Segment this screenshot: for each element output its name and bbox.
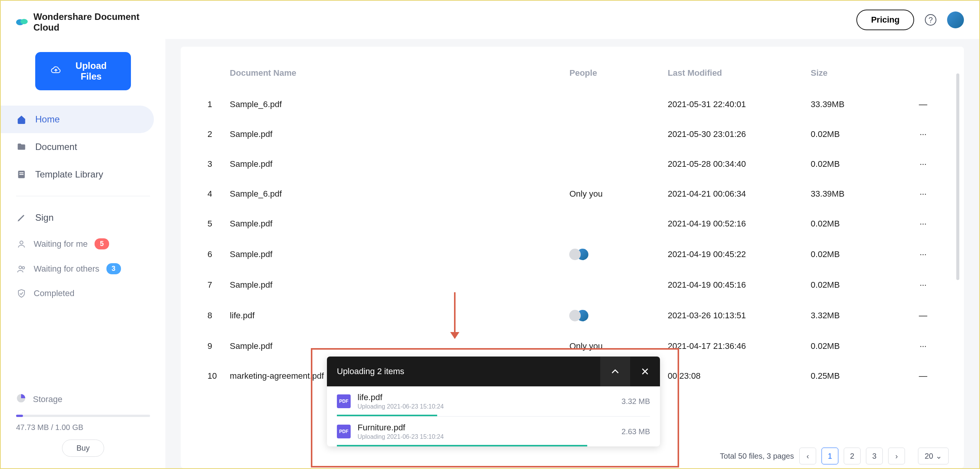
page-number[interactable]: 1 <box>822 448 838 464</box>
col-modified[interactable]: Last Modified <box>664 62 807 90</box>
row-people <box>565 209 664 239</box>
upload-label: Upload Files <box>67 60 116 82</box>
table-row[interactable]: 8life.pdf2021-03-26 10:13:513.32MB— <box>204 300 941 331</box>
table-row[interactable]: 5Sample.pdf2021-04-19 00:52:160.02MB··· <box>204 209 941 239</box>
page-prev[interactable]: ‹ <box>799 448 816 464</box>
scrollbar[interactable] <box>956 73 959 280</box>
cloud-upload-icon <box>51 66 61 77</box>
help-icon[interactable]: ? <box>925 14 936 26</box>
badge-count: 3 <box>106 263 121 274</box>
buy-button[interactable]: Buy <box>62 440 104 457</box>
upload-popup-title: Uploading 2 items <box>337 366 600 376</box>
upload-item: PDFFurniture.pdfUploading 2021-06-23 15:… <box>327 417 660 446</box>
row-name: Sample.pdf <box>226 119 565 149</box>
table-row[interactable]: 7Sample.pdf2021-04-19 00:45:160.02MB··· <box>204 270 941 300</box>
template-icon <box>16 169 27 180</box>
row-name: life.pdf <box>226 300 565 331</box>
row-actions[interactable]: ··· <box>905 179 941 209</box>
upload-files-button[interactable]: Upload Files <box>35 52 131 90</box>
sub-waiting-for-others[interactable]: Waiting for others 3 <box>1 256 165 281</box>
row-modified: 2021-04-19 00:45:16 <box>664 270 807 300</box>
brand-name: Wondershare Document Cloud <box>33 11 150 33</box>
upload-item: PDFlife.pdfUploading 2021-06-23 15:10:24… <box>327 386 660 417</box>
row-index: 8 <box>204 300 226 331</box>
nav-home[interactable]: Home <box>1 106 154 133</box>
folder-icon <box>16 142 27 152</box>
upload-item-name: life.pdf <box>358 392 444 402</box>
row-actions[interactable]: — <box>905 300 941 331</box>
table-row[interactable]: 4Sample_6.pdfOnly you2021-04-21 00:06:34… <box>204 179 941 209</box>
row-index: 7 <box>204 270 226 300</box>
row-actions[interactable]: ··· <box>905 209 941 239</box>
upload-item-sub: Uploading 2021-06-23 15:10:24 <box>358 433 444 440</box>
sub-completed[interactable]: Completed <box>1 281 165 306</box>
row-modified: 2021-04-19 00:45:22 <box>664 239 807 270</box>
sidebar: Wondershare Document Cloud Upload Files … <box>1 1 165 468</box>
table-row[interactable]: 2Sample.pdf2021-05-30 23:01:260.02MB··· <box>204 119 941 149</box>
row-name: Sample.pdf <box>226 239 565 270</box>
user-avatar[interactable] <box>947 11 964 28</box>
row-index: 4 <box>204 179 226 209</box>
svg-point-1 <box>20 19 28 24</box>
nav: Home Document Template Library Sign Wait… <box>1 106 165 306</box>
avatar-group <box>569 249 660 260</box>
row-name: Sample_6.pdf <box>226 179 565 209</box>
col-people[interactable]: People <box>565 62 664 90</box>
people-icon <box>16 264 27 274</box>
badge-count: 5 <box>95 238 109 249</box>
row-modified: 00:23:08 <box>664 361 807 391</box>
row-modified: 2021-05-31 22:40:01 <box>664 90 807 119</box>
upload-item-size: 3.32 MB <box>622 397 650 406</box>
chevron-up-icon <box>611 369 619 374</box>
page-number[interactable]: 2 <box>844 448 861 464</box>
person-icon <box>16 239 27 249</box>
row-people <box>565 90 664 119</box>
sub-waiting-for-me[interactable]: Waiting for me 5 <box>1 231 165 256</box>
page-next[interactable]: › <box>888 448 905 464</box>
people-text: Only you <box>569 189 603 199</box>
row-name: Sample.pdf <box>226 270 565 300</box>
row-modified: 2021-04-21 00:06:34 <box>664 179 807 209</box>
pie-icon <box>16 393 26 405</box>
row-size: 0.02MB <box>807 270 905 300</box>
row-actions[interactable]: ··· <box>905 331 941 361</box>
storage-section: Storage 47.73 MB / 1.00 GB Buy <box>1 393 165 457</box>
upload-progress <box>337 445 650 446</box>
svg-point-7 <box>22 267 24 269</box>
row-name: Sample_6.pdf <box>226 90 565 119</box>
row-index: 3 <box>204 149 226 179</box>
col-name[interactable]: Document Name <box>226 62 565 90</box>
row-size: 0.02MB <box>807 209 905 239</box>
documents-table: Document Name People Last Modified Size … <box>204 62 941 391</box>
storage-bar <box>16 415 150 417</box>
table-row[interactable]: 6Sample.pdf2021-04-19 00:45:220.02MB··· <box>204 239 941 270</box>
row-actions[interactable]: ··· <box>905 239 941 270</box>
row-people <box>565 119 664 149</box>
row-actions[interactable]: ··· <box>905 119 941 149</box>
row-size: 3.32MB <box>807 300 905 331</box>
table-row[interactable]: 1Sample_6.pdf2021-05-31 22:40:0133.39MB— <box>204 90 941 119</box>
collapse-button[interactable] <box>600 357 630 386</box>
page-number[interactable]: 3 <box>866 448 883 464</box>
table-row[interactable]: 3Sample.pdf2021-05-28 00:34:400.02MB··· <box>204 149 941 179</box>
pricing-button[interactable]: Pricing <box>856 10 914 30</box>
close-button[interactable] <box>630 357 660 386</box>
row-name: Sample.pdf <box>226 149 565 179</box>
row-size: 33.39MB <box>807 179 905 209</box>
col-size[interactable]: Size <box>807 62 905 90</box>
row-modified: 2021-04-19 00:52:16 <box>664 209 807 239</box>
nav-sign[interactable]: Sign <box>1 204 165 231</box>
annotation-arrow <box>454 292 456 338</box>
row-actions[interactable]: ··· <box>905 149 941 179</box>
page-size-select[interactable]: 20 ⌄ <box>918 448 949 464</box>
divider <box>16 196 150 196</box>
row-modified: 2021-05-30 23:01:26 <box>664 119 807 149</box>
row-actions[interactable]: — <box>905 361 941 391</box>
nav-template-library[interactable]: Template Library <box>1 161 165 188</box>
upload-item-sub: Uploading 2021-06-23 15:10:24 <box>358 403 444 410</box>
row-actions[interactable]: — <box>905 90 941 119</box>
nav-document[interactable]: Document <box>1 133 165 161</box>
row-actions[interactable]: ··· <box>905 270 941 300</box>
row-index: 1 <box>204 90 226 119</box>
row-modified: 2021-05-28 00:34:40 <box>664 149 807 179</box>
